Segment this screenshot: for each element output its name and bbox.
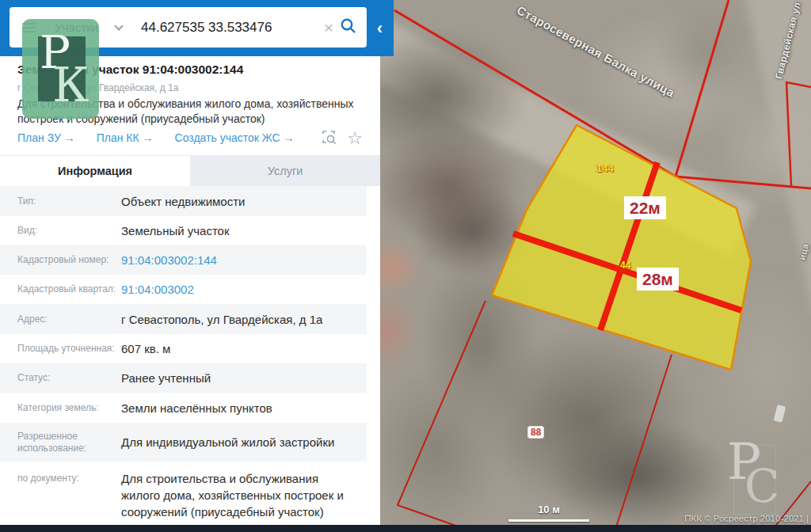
- table-row: Тип:Объект недвижимости: [0, 186, 367, 216]
- chevron-down-icon[interactable]: [114, 21, 123, 30]
- parcel-number-label-small: 44: [620, 260, 630, 271]
- bottom-bar: [0, 525, 811, 532]
- action-links: План ЗУ → План КК → Создать участок ЖС →: [17, 131, 295, 144]
- parcel-number-label: 144: [596, 162, 614, 174]
- selected-parcel-144[interactable]: [492, 125, 751, 370]
- search-icon[interactable]: [340, 17, 357, 38]
- dimension-width-label: 22м: [624, 196, 666, 219]
- scale-label: 10 м: [508, 504, 589, 515]
- locate-on-map-icon[interactable]: [321, 129, 337, 148]
- clear-search-icon[interactable]: ×: [318, 18, 340, 37]
- table-row: Кадастровый квартал:91:04:003002: [0, 275, 367, 304]
- pkk-logo: Р К: [22, 19, 99, 119]
- tab-information[interactable]: Информация: [0, 156, 190, 186]
- collapse-panel-icon[interactable]: ‹: [367, 0, 393, 56]
- table-row: Разрешенное использование:Для индивидуал…: [0, 423, 367, 462]
- plan-zu-link[interactable]: План ЗУ →: [17, 131, 75, 144]
- dimension-depth-label: 28м: [637, 268, 679, 291]
- table-row: Адрес:г Севастополь, ул Гвардейская, д 1…: [0, 304, 367, 334]
- cadastral-quarter-link[interactable]: 91:04:003002: [121, 281, 367, 298]
- table-row: Площадь уточненная:607 кв. м: [0, 334, 367, 363]
- create-parcel-link[interactable]: Создать участок ЖС →: [175, 131, 295, 144]
- favorite-star-icon[interactable]: ☆: [347, 131, 363, 146]
- table-row: Категория земель:Земли населённых пункто…: [0, 393, 367, 423]
- rosreestr-watermark: Р С: [727, 437, 811, 528]
- table-row: Статус:Ранее учтенный: [0, 363, 367, 393]
- panel-tabs: Информация Услуги: [0, 155, 380, 186]
- table-row: Вид:Земельный участок: [0, 216, 367, 245]
- plan-kk-link[interactable]: План КК →: [97, 131, 154, 144]
- satellite-map[interactable]: Старосеверная Балка улица Гвардейская ул…: [380, 0, 811, 532]
- neighbor-parcel-label: 88: [527, 424, 544, 439]
- scale-bar: [508, 519, 589, 522]
- cadastral-number-link[interactable]: 91:04:003002:144: [121, 252, 367, 268]
- table-row: по документу:Для строительства и обслужи…: [0, 462, 367, 525]
- cadastral-map-app: Старосеверная Балка улица Гвардейская ул…: [0, 0, 811, 532]
- logo-letter-k: К: [52, 57, 89, 112]
- search-input[interactable]: [141, 20, 318, 36]
- tab-services[interactable]: Услуги: [190, 156, 380, 186]
- info-table: Тип:Объект недвижимости Вид:Земельный уч…: [0, 186, 367, 525]
- table-row: Кадастровый номер:91:04:003002:144: [0, 245, 367, 275]
